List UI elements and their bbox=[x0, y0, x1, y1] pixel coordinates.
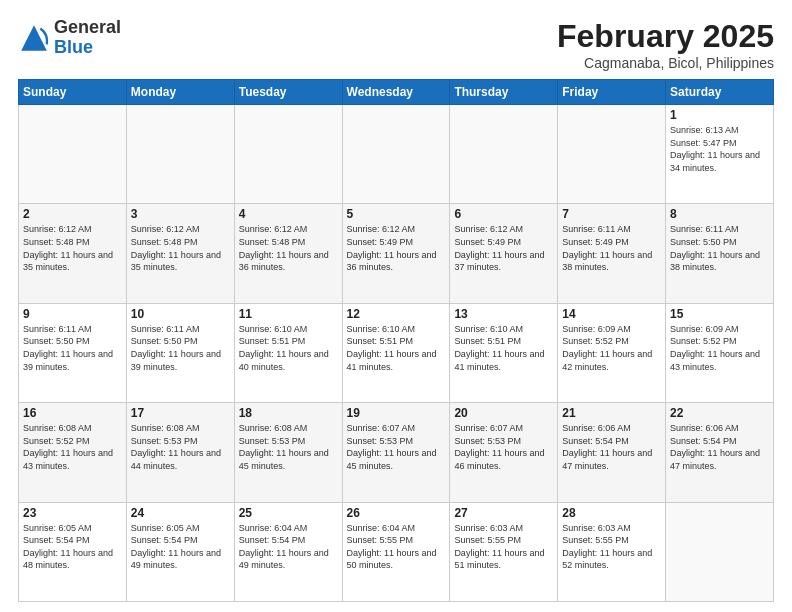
day-number: 12 bbox=[347, 307, 446, 321]
calendar-cell bbox=[234, 105, 342, 204]
day-number: 23 bbox=[23, 506, 122, 520]
header: General Blue February 2025 Cagmanaba, Bi… bbox=[18, 18, 774, 71]
calendar-cell bbox=[342, 105, 450, 204]
calendar-week-row: 16Sunrise: 6:08 AM Sunset: 5:52 PM Dayli… bbox=[19, 403, 774, 502]
calendar-cell: 20Sunrise: 6:07 AM Sunset: 5:53 PM Dayli… bbox=[450, 403, 558, 502]
day-info: Sunrise: 6:08 AM Sunset: 5:53 PM Dayligh… bbox=[131, 422, 230, 472]
day-info: Sunrise: 6:04 AM Sunset: 5:54 PM Dayligh… bbox=[239, 522, 338, 572]
calendar-cell: 14Sunrise: 6:09 AM Sunset: 5:52 PM Dayli… bbox=[558, 303, 666, 402]
day-number: 14 bbox=[562, 307, 661, 321]
calendar-cell: 12Sunrise: 6:10 AM Sunset: 5:51 PM Dayli… bbox=[342, 303, 450, 402]
day-number: 27 bbox=[454, 506, 553, 520]
day-info: Sunrise: 6:11 AM Sunset: 5:50 PM Dayligh… bbox=[670, 223, 769, 273]
calendar-cell: 22Sunrise: 6:06 AM Sunset: 5:54 PM Dayli… bbox=[666, 403, 774, 502]
day-info: Sunrise: 6:08 AM Sunset: 5:53 PM Dayligh… bbox=[239, 422, 338, 472]
page: General Blue February 2025 Cagmanaba, Bi… bbox=[0, 0, 792, 612]
calendar-cell bbox=[558, 105, 666, 204]
day-number: 21 bbox=[562, 406, 661, 420]
calendar-cell bbox=[666, 502, 774, 601]
day-info: Sunrise: 6:12 AM Sunset: 5:48 PM Dayligh… bbox=[23, 223, 122, 273]
weekday-header-friday: Friday bbox=[558, 80, 666, 105]
calendar-cell: 25Sunrise: 6:04 AM Sunset: 5:54 PM Dayli… bbox=[234, 502, 342, 601]
calendar-cell: 11Sunrise: 6:10 AM Sunset: 5:51 PM Dayli… bbox=[234, 303, 342, 402]
calendar-cell: 8Sunrise: 6:11 AM Sunset: 5:50 PM Daylig… bbox=[666, 204, 774, 303]
calendar-cell: 10Sunrise: 6:11 AM Sunset: 5:50 PM Dayli… bbox=[126, 303, 234, 402]
calendar-week-row: 9Sunrise: 6:11 AM Sunset: 5:50 PM Daylig… bbox=[19, 303, 774, 402]
day-info: Sunrise: 6:09 AM Sunset: 5:52 PM Dayligh… bbox=[562, 323, 661, 373]
calendar-cell: 21Sunrise: 6:06 AM Sunset: 5:54 PM Dayli… bbox=[558, 403, 666, 502]
day-info: Sunrise: 6:06 AM Sunset: 5:54 PM Dayligh… bbox=[670, 422, 769, 472]
calendar-cell: 3Sunrise: 6:12 AM Sunset: 5:48 PM Daylig… bbox=[126, 204, 234, 303]
calendar-cell: 2Sunrise: 6:12 AM Sunset: 5:48 PM Daylig… bbox=[19, 204, 127, 303]
month-title: February 2025 bbox=[557, 18, 774, 55]
day-number: 28 bbox=[562, 506, 661, 520]
weekday-header-wednesday: Wednesday bbox=[342, 80, 450, 105]
day-number: 4 bbox=[239, 207, 338, 221]
day-number: 13 bbox=[454, 307, 553, 321]
calendar-table: SundayMondayTuesdayWednesdayThursdayFrid… bbox=[18, 79, 774, 602]
day-number: 6 bbox=[454, 207, 553, 221]
day-number: 8 bbox=[670, 207, 769, 221]
day-number: 5 bbox=[347, 207, 446, 221]
day-number: 18 bbox=[239, 406, 338, 420]
day-info: Sunrise: 6:12 AM Sunset: 5:48 PM Dayligh… bbox=[131, 223, 230, 273]
weekday-header-thursday: Thursday bbox=[450, 80, 558, 105]
logo-text: General Blue bbox=[54, 18, 121, 58]
day-info: Sunrise: 6:10 AM Sunset: 5:51 PM Dayligh… bbox=[347, 323, 446, 373]
logo: General Blue bbox=[18, 18, 121, 58]
weekday-header-saturday: Saturday bbox=[666, 80, 774, 105]
calendar-cell: 13Sunrise: 6:10 AM Sunset: 5:51 PM Dayli… bbox=[450, 303, 558, 402]
location-title: Cagmanaba, Bicol, Philippines bbox=[557, 55, 774, 71]
day-number: 1 bbox=[670, 108, 769, 122]
calendar-cell: 18Sunrise: 6:08 AM Sunset: 5:53 PM Dayli… bbox=[234, 403, 342, 502]
day-info: Sunrise: 6:10 AM Sunset: 5:51 PM Dayligh… bbox=[239, 323, 338, 373]
calendar-cell: 24Sunrise: 6:05 AM Sunset: 5:54 PM Dayli… bbox=[126, 502, 234, 601]
day-number: 25 bbox=[239, 506, 338, 520]
logo-blue-label: Blue bbox=[54, 38, 121, 58]
day-info: Sunrise: 6:06 AM Sunset: 5:54 PM Dayligh… bbox=[562, 422, 661, 472]
day-info: Sunrise: 6:13 AM Sunset: 5:47 PM Dayligh… bbox=[670, 124, 769, 174]
day-number: 3 bbox=[131, 207, 230, 221]
logo-icon bbox=[18, 22, 50, 54]
day-number: 9 bbox=[23, 307, 122, 321]
day-number: 7 bbox=[562, 207, 661, 221]
calendar-cell bbox=[126, 105, 234, 204]
day-info: Sunrise: 6:05 AM Sunset: 5:54 PM Dayligh… bbox=[23, 522, 122, 572]
calendar-week-row: 23Sunrise: 6:05 AM Sunset: 5:54 PM Dayli… bbox=[19, 502, 774, 601]
weekday-header-monday: Monday bbox=[126, 80, 234, 105]
calendar-cell: 6Sunrise: 6:12 AM Sunset: 5:49 PM Daylig… bbox=[450, 204, 558, 303]
calendar-cell: 23Sunrise: 6:05 AM Sunset: 5:54 PM Dayli… bbox=[19, 502, 127, 601]
day-info: Sunrise: 6:08 AM Sunset: 5:52 PM Dayligh… bbox=[23, 422, 122, 472]
weekday-header-tuesday: Tuesday bbox=[234, 80, 342, 105]
calendar-cell: 4Sunrise: 6:12 AM Sunset: 5:48 PM Daylig… bbox=[234, 204, 342, 303]
day-number: 26 bbox=[347, 506, 446, 520]
day-info: Sunrise: 6:11 AM Sunset: 5:50 PM Dayligh… bbox=[131, 323, 230, 373]
day-info: Sunrise: 6:12 AM Sunset: 5:49 PM Dayligh… bbox=[454, 223, 553, 273]
calendar-cell: 28Sunrise: 6:03 AM Sunset: 5:55 PM Dayli… bbox=[558, 502, 666, 601]
day-number: 19 bbox=[347, 406, 446, 420]
calendar-cell: 27Sunrise: 6:03 AM Sunset: 5:55 PM Dayli… bbox=[450, 502, 558, 601]
day-number: 11 bbox=[239, 307, 338, 321]
day-number: 20 bbox=[454, 406, 553, 420]
day-info: Sunrise: 6:11 AM Sunset: 5:50 PM Dayligh… bbox=[23, 323, 122, 373]
day-number: 2 bbox=[23, 207, 122, 221]
logo-general-label: General bbox=[54, 18, 121, 38]
calendar-cell: 5Sunrise: 6:12 AM Sunset: 5:49 PM Daylig… bbox=[342, 204, 450, 303]
day-info: Sunrise: 6:03 AM Sunset: 5:55 PM Dayligh… bbox=[562, 522, 661, 572]
calendar-week-row: 1Sunrise: 6:13 AM Sunset: 5:47 PM Daylig… bbox=[19, 105, 774, 204]
day-info: Sunrise: 6:07 AM Sunset: 5:53 PM Dayligh… bbox=[454, 422, 553, 472]
calendar-cell: 15Sunrise: 6:09 AM Sunset: 5:52 PM Dayli… bbox=[666, 303, 774, 402]
day-info: Sunrise: 6:12 AM Sunset: 5:49 PM Dayligh… bbox=[347, 223, 446, 273]
day-info: Sunrise: 6:12 AM Sunset: 5:48 PM Dayligh… bbox=[239, 223, 338, 273]
day-number: 24 bbox=[131, 506, 230, 520]
calendar-cell: 26Sunrise: 6:04 AM Sunset: 5:55 PM Dayli… bbox=[342, 502, 450, 601]
day-info: Sunrise: 6:09 AM Sunset: 5:52 PM Dayligh… bbox=[670, 323, 769, 373]
day-info: Sunrise: 6:07 AM Sunset: 5:53 PM Dayligh… bbox=[347, 422, 446, 472]
calendar-cell: 16Sunrise: 6:08 AM Sunset: 5:52 PM Dayli… bbox=[19, 403, 127, 502]
day-number: 16 bbox=[23, 406, 122, 420]
day-info: Sunrise: 6:10 AM Sunset: 5:51 PM Dayligh… bbox=[454, 323, 553, 373]
calendar-cell bbox=[450, 105, 558, 204]
day-info: Sunrise: 6:05 AM Sunset: 5:54 PM Dayligh… bbox=[131, 522, 230, 572]
day-info: Sunrise: 6:11 AM Sunset: 5:49 PM Dayligh… bbox=[562, 223, 661, 273]
day-number: 22 bbox=[670, 406, 769, 420]
